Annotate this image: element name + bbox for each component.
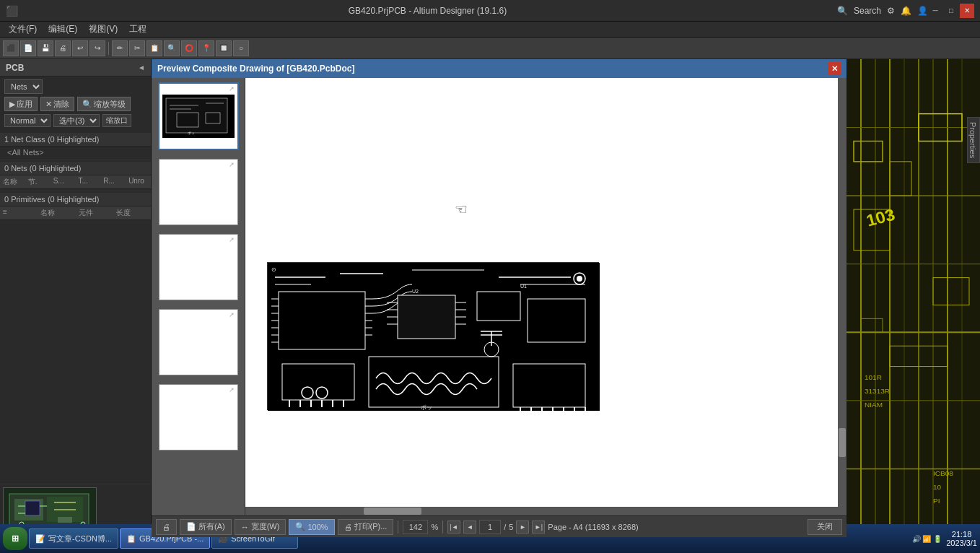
preview-content: ☜ <box>245 78 838 507</box>
zoom-filter-button[interactable]: 缩放口 <box>102 114 131 127</box>
toolbar-btn-11[interactable]: ⭕ <box>181 40 197 56</box>
thumbnail-page-3[interactable]: ↗ <box>159 234 238 300</box>
svg-text:ICB08: ICB08 <box>933 469 953 477</box>
prev-page-button[interactable]: ◄ <box>463 521 476 534</box>
last-page-button[interactable]: ►| <box>532 521 545 534</box>
svg-text:PI: PI <box>933 497 940 505</box>
prim-col-length: 长度 <box>113 208 151 218</box>
search-label: Search <box>854 6 881 16</box>
title-bar-title: GB420.PrjPCB - Altium Designer (19.1.6) <box>18 6 837 16</box>
svg-text:10: 10 <box>933 483 942 491</box>
svg-text:31313R: 31313R <box>865 388 890 396</box>
close-dialog-button[interactable]: 关闭 <box>808 519 842 535</box>
horizontal-scrollbar[interactable] <box>245 507 838 515</box>
toolbar-btn-3[interactable]: 💾 <box>38 40 53 56</box>
zoom-100-button[interactable]: 🔍 100% <box>289 519 334 535</box>
apply-button[interactable]: ▶ 应用 <box>4 97 38 111</box>
zoom-input[interactable] <box>403 520 428 534</box>
print-btn-icon: 🖨 <box>344 523 352 531</box>
dialog-main-area: ポッ ↗ ↗ <box>152 78 846 515</box>
toolbar-btn-14[interactable]: ○ <box>233 40 249 56</box>
toolbar-btn-8[interactable]: ✂ <box>129 40 145 56</box>
menu-project[interactable]: 工程 <box>123 22 152 37</box>
taskbar-item-0-icon: 📝 <box>35 534 45 544</box>
dialog-close-button[interactable]: ✕ <box>828 62 841 75</box>
select-dropdown[interactable]: 选中(3) <box>53 114 100 127</box>
main-layout: PCB ◄ Nets ▶ 应用 ✕ 清除 🔍 缩放等级 <box>0 59 980 537</box>
panel-header: PCB ◄ <box>0 59 151 77</box>
clock-date: 2023/3/1 <box>946 539 977 547</box>
all-pages-icon: 📄 <box>186 522 196 531</box>
properties-tab[interactable]: Properties <box>967 117 980 163</box>
zoom-button[interactable]: 🔍 缩放等级 <box>77 97 131 111</box>
clear-button[interactable]: ✕ 清除 <box>40 97 74 111</box>
svg-point-57 <box>577 276 582 282</box>
thumbnail-page-2[interactable]: ↗ <box>159 159 238 225</box>
toolbar-btn-2[interactable]: 📄 <box>20 40 36 56</box>
far-right-pcb-panel: 103 101R 31313R NIAM ICB08 10 PI <box>846 59 980 537</box>
page-total: 5 <box>509 523 513 531</box>
maximize-button[interactable]: □ <box>944 4 958 18</box>
panel-pin-button[interactable]: ◄ <box>138 64 145 71</box>
svg-rect-12 <box>846 59 980 537</box>
thumb-2-bg <box>159 160 237 225</box>
thumbnail-page-5[interactable]: ↗ <box>159 384 238 450</box>
action-buttons-row: ▶ 应用 ✕ 清除 🔍 缩放等级 <box>4 97 146 111</box>
toolbar-btn-10[interactable]: 🔍 <box>164 40 180 56</box>
title-bar-icons: 🔍 Search ⚙ 🔔 👤 <box>837 6 928 16</box>
svg-rect-72 <box>398 295 455 339</box>
nets-dropdown[interactable]: Nets <box>4 79 43 94</box>
toolbar-btn-6[interactable]: ↪ <box>89 40 105 56</box>
prim-col-component: 元件 <box>76 208 113 218</box>
all-pages-button[interactable]: 📄 所有(A) <box>180 519 232 535</box>
thumb-5-pagenum: ↗ <box>229 386 235 393</box>
toolbar-btn-7[interactable]: ✏ <box>112 40 128 56</box>
far-right-pcb-svg: 103 101R 31313R NIAM ICB08 10 PI <box>846 59 980 537</box>
toolbar-btn-1[interactable]: ⬛ <box>3 40 19 56</box>
thumbnail-page-4[interactable]: ↗ <box>159 309 238 375</box>
settings-icon: ⚙ <box>887 6 895 16</box>
thumbnail-page-1[interactable]: ポッ ↗ <box>158 82 239 150</box>
thumb-3-bg <box>159 235 237 300</box>
nets-column-headers: 名称 节. S... T... R... Unro <box>0 175 151 189</box>
vertical-scrollbar[interactable] <box>838 78 846 515</box>
thumb-1-pcb: ポッ <box>162 95 235 138</box>
toolbar-btn-9[interactable]: 📋 <box>146 40 162 56</box>
net-class-header: 1 Net Class (0 Highlighted) <box>0 133 151 147</box>
search-icon: 🔍 <box>837 6 848 16</box>
filter-row: Normal 选中(3) 缩放口 <box>4 114 146 127</box>
toolbar-btn-13[interactable]: 🔲 <box>216 40 232 56</box>
bottom-sep-1 <box>398 521 398 534</box>
all-nets-item[interactable]: <All Nets> <box>0 147 151 158</box>
thumbnail-strip: ポッ ↗ ↗ <box>152 78 245 515</box>
dialog-title-bar: Preview Composite Drawing of [GB420.PcbD… <box>152 59 846 78</box>
zoom-unit: % <box>431 523 438 531</box>
first-page-button[interactable]: |◄ <box>447 521 460 534</box>
next-page-button[interactable]: ► <box>516 521 529 534</box>
width-button[interactable]: ↔ 宽度(W) <box>235 519 286 535</box>
center-area: 103 101R 31313R NIAM ICB08 10 PI Propert… <box>152 59 980 537</box>
taskbar-item-0[interactable]: 📝 写文章-CSDN博... <box>29 528 118 549</box>
zoom-100-icon: 🔍 <box>295 522 305 531</box>
bottom-sep-2 <box>442 521 443 534</box>
scrollbar-thumb[interactable] <box>839 428 846 457</box>
toolbar-btn-5[interactable]: ↩ <box>72 40 88 56</box>
notification-icon: 🔔 <box>901 6 911 16</box>
menu-file[interactable]: 文件(F) <box>3 22 43 37</box>
print-button[interactable]: 🖨 打印(P)... <box>338 519 394 535</box>
menu-edit[interactable]: 编辑(E) <box>43 22 83 37</box>
minimize-button[interactable]: ─ <box>928 4 942 18</box>
apply-icon: ▶ <box>9 100 15 109</box>
title-bar-controls[interactable]: ─ □ ✕ <box>928 4 974 18</box>
normal-dropdown[interactable]: Normal <box>4 114 51 127</box>
print-icon-button[interactable]: 🖨 <box>156 519 177 535</box>
toolbar-btn-12[interactable]: 📍 <box>198 40 214 56</box>
zoom-icon: 🔍 <box>82 100 92 109</box>
close-button[interactable]: ✕ <box>960 4 974 18</box>
toolbar-btn-4[interactable]: 🖨 <box>55 40 71 56</box>
h-scrollbar-thumb[interactable] <box>364 508 421 515</box>
taskbar-item-1-icon: 📋 <box>126 534 136 544</box>
start-button[interactable]: ⊞ <box>3 527 27 550</box>
page-input[interactable] <box>479 520 501 534</box>
menu-view[interactable]: 视图(V) <box>83 22 123 37</box>
